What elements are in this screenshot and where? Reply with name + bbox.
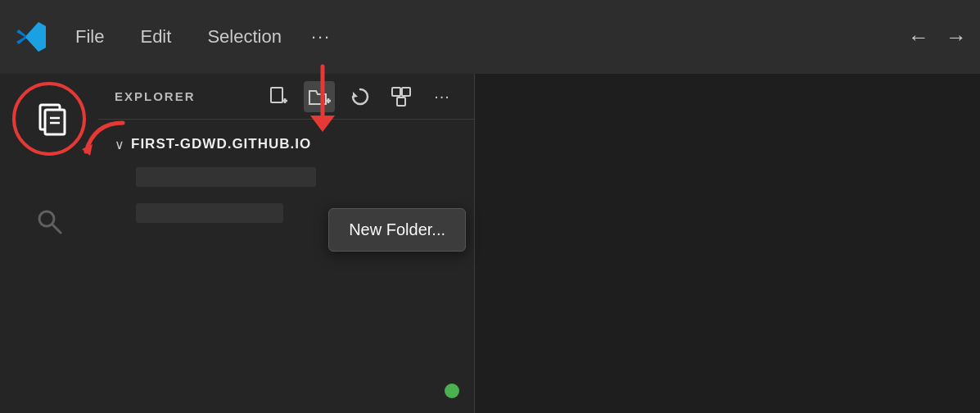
status-dot — [445, 384, 459, 398]
search-icon — [34, 206, 64, 236]
forward-button[interactable]: → — [946, 25, 967, 50]
svg-rect-13 — [392, 88, 400, 96]
menu-bar: File Edit Selection ··· — [69, 23, 331, 51]
svg-rect-14 — [402, 88, 410, 96]
sidebar-content: ∨ FIRST-GDWD.GITHUB.IO New Folder... — [98, 120, 474, 413]
folder-name-label: FIRST-GDWD.GITHUB.IO — [131, 136, 311, 152]
folder-row[interactable]: ∨ FIRST-GDWD.GITHUB.IO — [98, 129, 474, 159]
search-activity-item[interactable] — [25, 197, 74, 246]
svg-marker-17 — [310, 116, 335, 132]
main-area: EXPLORER — [0, 74, 980, 413]
files-icon — [27, 97, 71, 141]
vscode-logo-icon — [13, 19, 49, 55]
activity-bar — [0, 74, 98, 413]
svg-marker-12 — [353, 92, 358, 98]
editor-area — [475, 74, 980, 413]
back-button[interactable]: ← — [908, 25, 929, 50]
sidebar: EXPLORER — [98, 74, 475, 413]
title-bar: File Edit Selection ··· ← → — [0, 0, 980, 74]
file-item-1[interactable] — [98, 159, 474, 195]
refresh-button[interactable] — [345, 81, 376, 112]
collapse-icon — [391, 86, 412, 107]
file-name-blurred-2 — [136, 203, 283, 223]
more-options-button[interactable]: ··· — [427, 81, 458, 112]
explorer-activity-item[interactable] — [12, 82, 86, 156]
collapse-button[interactable] — [386, 81, 417, 112]
selection-menu[interactable]: Selection — [201, 23, 288, 51]
svg-rect-15 — [397, 98, 405, 106]
new-file-button[interactable] — [263, 81, 294, 112]
file-name-blurred — [136, 167, 316, 187]
new-folder-popup[interactable]: New Folder... — [328, 208, 466, 252]
refresh-icon — [350, 86, 371, 107]
down-arrow-annotation — [302, 62, 343, 139]
svg-rect-7 — [271, 88, 282, 102]
edit-menu[interactable]: Edit — [133, 23, 178, 51]
arrow-annotation — [78, 115, 127, 163]
new-file-icon — [268, 86, 289, 107]
file-menu[interactable]: File — [69, 23, 111, 51]
svg-line-6 — [52, 225, 61, 233]
sidebar-actions: ··· — [263, 81, 458, 112]
sidebar-header: EXPLORER — [98, 74, 474, 120]
nav-controls: ← → — [908, 25, 967, 50]
more-menus[interactable]: ··· — [311, 26, 331, 48]
new-folder-label: New Folder... — [349, 220, 445, 238]
sidebar-title: EXPLORER — [115, 89, 196, 103]
